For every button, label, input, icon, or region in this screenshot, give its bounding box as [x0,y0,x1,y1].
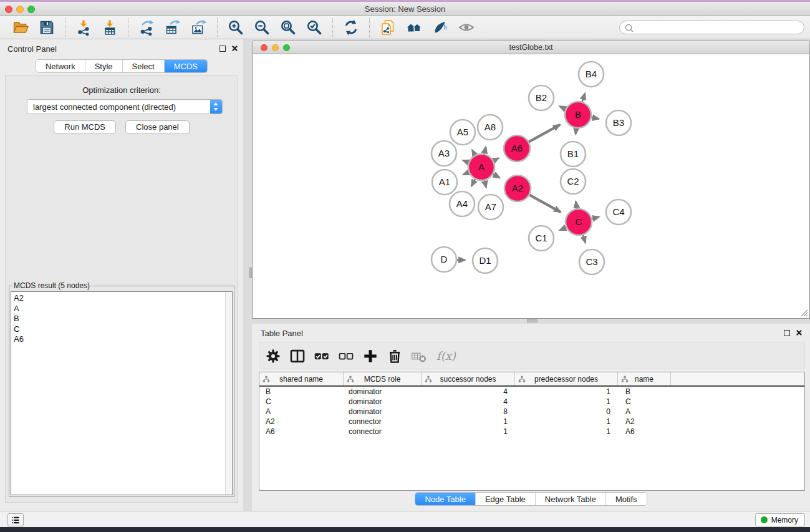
graph-edge[interactable] [463,172,470,175]
table-row[interactable]: Bdominator41B [259,387,804,397]
mcds-result-list[interactable]: A2ABCA6 [11,291,233,495]
table-cell[interactable]: 1 [515,427,618,437]
tab-select[interactable]: Select [122,60,164,72]
zoom-selected-icon[interactable] [306,19,323,36]
table-cell[interactable]: 1 [515,387,618,397]
table-cell[interactable]: A2 [259,417,344,427]
table-cell[interactable]: dominator [344,407,422,417]
table-cell[interactable]: C [259,397,344,407]
export-table-icon[interactable] [164,19,181,36]
select-stepper-icon[interactable] [210,100,222,114]
first-neighbors-icon[interactable] [405,19,423,36]
open-session-icon[interactable] [12,19,29,36]
table-row[interactable]: A6connector11A6 [259,427,804,437]
export-network-icon[interactable] [138,19,155,36]
graph-edge[interactable] [576,128,576,134]
table-cell[interactable]: 1 [422,417,515,427]
table-cell[interactable]: 8 [422,407,515,417]
graph-edge[interactable] [529,195,561,212]
hide-graphics-details-icon[interactable] [432,19,449,36]
float-table-panel-icon[interactable] [784,330,790,336]
graph-edge[interactable] [485,180,486,187]
column-header-shared-name[interactable]: shared name [259,372,344,385]
table-cell[interactable]: A [618,407,671,417]
mcds-result-item[interactable]: C [11,324,232,335]
graph-edge[interactable] [591,117,599,119]
table-cell[interactable]: 4 [422,397,515,407]
table-cell[interactable]: A2 [618,417,671,427]
add-row-icon[interactable] [362,348,378,364]
resize-grip-icon[interactable] [799,308,809,317]
show-panels-button[interactable] [7,513,24,526]
select-all-columns-icon[interactable] [314,348,330,364]
graph-edge[interactable] [582,93,585,102]
mcds-result-item[interactable]: A2 [11,293,232,304]
show-graphics-details-icon[interactable] [458,19,475,36]
tab-network[interactable]: Network [36,60,85,72]
table-cell[interactable]: 4 [422,387,515,397]
graph-edge[interactable] [559,106,566,109]
table-cell[interactable]: connector [344,427,422,437]
export-image-icon[interactable] [190,19,208,36]
graph-edge[interactable] [559,227,566,230]
mcds-result-item[interactable]: A6 [11,334,232,345]
table-cell[interactable]: 1 [515,417,618,427]
zoom-in-icon[interactable] [227,19,244,36]
table-cell[interactable]: dominator [344,397,422,407]
run-mcds-button[interactable]: Run MCDS [54,120,116,134]
table-cell[interactable]: A6 [259,427,344,437]
app-titlebar[interactable]: Session: New Session [0,2,810,16]
horizontal-scroll-thumb[interactable] [527,319,538,322]
vertical-scroll-thumb[interactable] [249,268,252,278]
node-table[interactable]: shared nameMCDS rolesuccessor nodesprede… [259,372,805,491]
graph-edge[interactable] [471,179,475,186]
table-tab-edge-table[interactable]: Edge Table [475,493,535,505]
column-header-name[interactable]: name [618,372,671,385]
tab-mcds[interactable]: MCDS [164,60,207,72]
graph-edge[interactable] [576,201,577,210]
search-box[interactable] [619,21,804,34]
graph-edge[interactable] [472,150,475,155]
table-cell[interactable]: A [259,407,344,417]
table-cell[interactable]: C [618,397,671,407]
new-network-from-selection-icon[interactable] [379,19,397,36]
table-header-row[interactable]: shared nameMCDS rolesuccessor nodesprede… [259,372,804,387]
delete-rows-icon[interactable] [387,348,403,364]
criterion-select[interactable]: largest connected component (directed) [27,99,223,114]
import-network-icon[interactable] [75,19,92,36]
table-cell[interactable]: 0 [515,407,618,417]
graph-edge[interactable] [484,147,486,154]
table-row[interactable]: A2connector11A2 [259,417,804,427]
save-session-icon[interactable] [38,19,55,36]
network-window-titlebar[interactable]: testGlobe.txt [252,40,810,54]
close-table-panel-icon[interactable] [796,329,803,336]
close-panel-icon[interactable] [231,45,238,52]
table-cell[interactable]: B [259,387,344,397]
network-canvas[interactable]: AA1A2A3A4A5A6A7A8BB1B2B3B4CC1C2C3C4DD1 [252,54,810,319]
graph-edge[interactable] [591,217,599,219]
graph-edge[interactable] [528,125,560,142]
tab-style[interactable]: Style [85,60,122,72]
graph-edge[interactable] [493,158,499,161]
close-panel-button[interactable]: Close panel [125,120,190,134]
table-tab-network-table[interactable]: Network Table [535,493,605,505]
table-cell[interactable]: 1 [422,427,515,437]
table-cell[interactable]: A6 [618,427,671,437]
column-header-MCDS-role[interactable]: MCDS role [344,372,422,385]
table-cell[interactable]: connector [344,417,422,427]
refresh-icon[interactable] [342,19,360,36]
import-table-icon[interactable] [101,19,118,36]
table-row[interactable]: Cdominator41C [259,397,804,407]
table-cell[interactable]: 1 [515,397,618,407]
mcds-result-item[interactable]: B [11,314,232,324]
list-scrollbar[interactable] [225,292,232,495]
table-tab-node-table[interactable]: Node Table [415,493,475,505]
zoom-fit-icon[interactable] [279,19,297,36]
memory-button[interactable]: Memory [755,513,805,526]
column-header-predecessor-nodes[interactable]: predecessor nodes [515,372,618,385]
show-columns-icon[interactable] [289,348,306,364]
search-input[interactable] [636,22,799,33]
unselect-all-columns-icon[interactable] [338,348,354,364]
mcds-result-item[interactable]: A [11,304,232,314]
table-cell[interactable]: B [618,387,671,397]
